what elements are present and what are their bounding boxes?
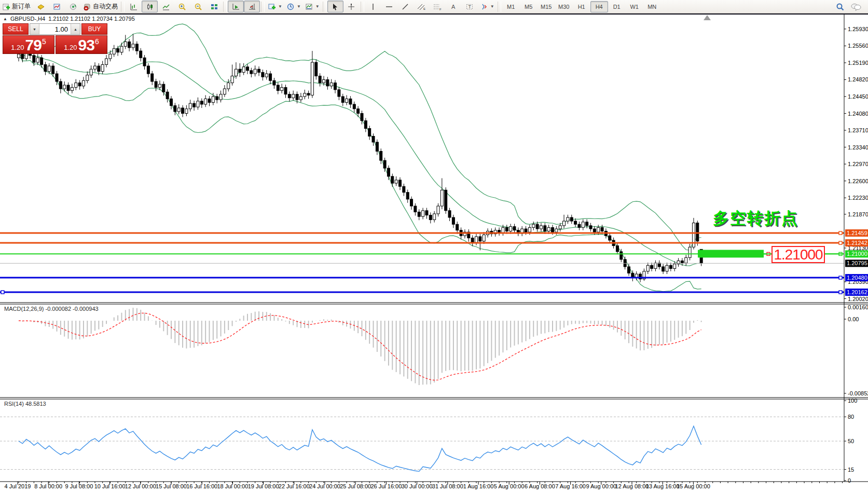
chart-canvas[interactable]: 1.259301.255601.251901.248201.244501.240… <box>0 0 868 493</box>
zoom-in-button[interactable] <box>174 1 190 12</box>
sell-price-prefix: 1.20 <box>11 44 24 51</box>
collapse-triangle-icon[interactable]: ▲ <box>3 17 7 21</box>
mt4-window: 新订单 自动交易 <box>0 0 868 493</box>
autotrade-button[interactable]: 自动交易 <box>81 1 120 12</box>
time-tick-label: 15 Jul 08:00 <box>156 483 187 489</box>
volume-input[interactable]: 1.00 <box>39 24 71 34</box>
price-tick-label: 1.22230 <box>848 195 868 201</box>
search-button[interactable] <box>832 1 848 12</box>
timeframe-group: M1M5M15M30H1H4D1W1MN <box>502 1 661 12</box>
channel-icon: E <box>417 3 426 11</box>
dropdown-arrow-icon: ▼ <box>278 4 282 9</box>
vertical-line-button[interactable] <box>365 1 381 12</box>
price-tick-label: 1.23710 <box>848 127 868 133</box>
price-tick-label: 1.25560 <box>848 43 868 49</box>
tf-button-M15[interactable]: M15 <box>538 1 555 12</box>
price-tick-label: 1.21870 <box>848 211 868 217</box>
equidistant-channel-button[interactable]: E <box>414 1 430 12</box>
periods-button[interactable]: ▼ <box>284 1 303 12</box>
chart-shift-button[interactable] <box>244 1 260 12</box>
time-tick-label: 4 Jul 2019 <box>5 483 31 489</box>
price-tick-label: 1.25930 <box>848 26 868 32</box>
zoom-out-button[interactable] <box>190 1 206 12</box>
time-tick-label: 9 Jul 08:00 <box>65 483 93 489</box>
signal-icon <box>69 3 77 11</box>
templates-button[interactable]: ▼ <box>303 1 322 12</box>
new-order-label: 新订单 <box>12 2 31 11</box>
volume-down-button[interactable]: ▼ <box>30 24 39 34</box>
tf-button-M5[interactable]: M5 <box>520 1 538 12</box>
new-chart-icon <box>268 3 276 11</box>
arrows-button[interactable]: ▼ <box>478 1 497 12</box>
price-tick-label: 1.24080 <box>848 111 868 117</box>
one-click-trading-panel: SELL ▼ 1.00 ▲ BUY 1.20795 1.20936 <box>3 23 107 54</box>
trendline-button[interactable] <box>397 1 414 12</box>
text-label-button[interactable]: T <box>462 1 478 12</box>
time-tick-label: 26 Jul 16:00 <box>370 483 402 489</box>
price-tick-label: 1.25190 <box>848 60 868 66</box>
svg-text:F: F <box>439 8 442 11</box>
svg-text:1.20162: 1.20162 <box>847 289 867 295</box>
tf-button-D1[interactable]: D1 <box>608 1 626 12</box>
line-chart-button[interactable] <box>158 1 174 12</box>
market-watch-icon <box>53 3 61 11</box>
time-tick-label: 30 Jul 00:00 <box>402 483 433 489</box>
line-price-label: 1.20795 <box>845 259 868 267</box>
time-tick-label: 12 Aug 08:00 <box>615 483 649 489</box>
history-center-button[interactable] <box>33 1 49 12</box>
chat-button[interactable] <box>848 1 864 12</box>
macd-indicator-label: MACD(12,26,9) -0.000082 -0.000943 <box>4 306 99 312</box>
rsi-scale-label: 80 <box>848 414 854 420</box>
tf-button-W1[interactable]: W1 <box>626 1 643 12</box>
tile-windows-button[interactable] <box>206 1 222 12</box>
toolbar-right-group <box>832 1 864 12</box>
sell-price-button[interactable]: 1.20795 <box>3 35 54 54</box>
crosshair-button[interactable] <box>343 1 360 12</box>
tf-button-H1[interactable]: H1 <box>573 1 590 12</box>
macd-scale-label: -0.008522 <box>848 390 868 396</box>
tf-button-H4[interactable]: H4 <box>590 1 608 12</box>
price-tick-label: 1.22970 <box>848 161 868 167</box>
cursor-button[interactable] <box>327 1 343 12</box>
fibonacci-button[interactable]: F <box>430 1 446 12</box>
line-price-label: 1.21242 <box>845 239 868 246</box>
horizontal-line-button[interactable] <box>381 1 397 12</box>
new-order-button[interactable]: 新订单 <box>0 1 33 12</box>
buy-price-button[interactable]: 1.20936 <box>56 35 107 54</box>
tf-button-M1[interactable]: M1 <box>502 1 520 12</box>
book-icon <box>37 3 45 11</box>
price-tick-label: 1.24450 <box>848 93 868 100</box>
chart-shift-icon <box>248 3 256 11</box>
bar-chart-icon <box>130 3 138 11</box>
price-tick-label: 1.24820 <box>848 76 868 83</box>
candlestick-chart-button[interactable] <box>142 1 158 12</box>
volume-up-button[interactable]: ▲ <box>71 24 80 34</box>
auto-scroll-button[interactable] <box>228 1 244 12</box>
market-watch-button[interactable] <box>49 1 65 12</box>
text-button[interactable]: A <box>446 1 462 12</box>
time-tick-label: 15 Aug 00:00 <box>677 483 710 489</box>
turning-point-annotation[interactable]: 多空转折点 <box>713 208 798 229</box>
toolbar-separator <box>121 2 125 12</box>
shapes-icon <box>480 3 488 11</box>
sell-button[interactable]: SELL <box>3 23 29 35</box>
svg-text:T: T <box>469 4 472 9</box>
toolbar: 新订单 自动交易 <box>0 0 868 13</box>
search-icon <box>835 2 845 11</box>
buy-button[interactable]: BUY <box>81 23 107 35</box>
dropdown-arrow-icon: ▼ <box>315 4 320 9</box>
time-tick-label: 31 Jul 08:00 <box>432 483 463 489</box>
price-callout-box[interactable]: 1.21000 <box>771 246 825 263</box>
tf-button-MN[interactable]: MN <box>643 1 661 12</box>
new-order-icon <box>2 3 10 11</box>
new-chart-button[interactable]: ▼ <box>266 1 284 12</box>
buy-price-big: 93 <box>78 37 94 53</box>
line-price-label: 1.21459 <box>845 229 868 237</box>
template-icon <box>305 3 313 11</box>
tf-button-M30[interactable]: M30 <box>555 1 573 12</box>
data-feed-button[interactable] <box>65 1 81 12</box>
bar-chart-button[interactable] <box>126 1 142 12</box>
tile-windows-icon <box>210 3 218 11</box>
time-tick-label: 22 Jul 16:00 <box>279 483 310 489</box>
time-tick-label: 19 Jul 08:00 <box>248 483 279 489</box>
